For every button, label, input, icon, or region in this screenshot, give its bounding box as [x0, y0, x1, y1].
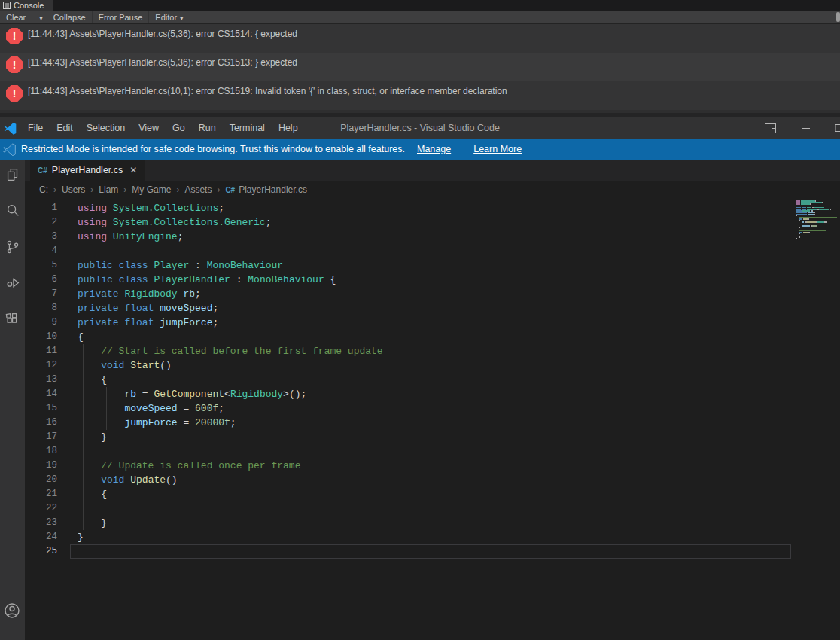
code-text: moveSpeed = 600f;	[78, 401, 224, 416]
close-tab-icon[interactable]	[129, 165, 137, 175]
extensions-icon[interactable]	[4, 310, 22, 328]
line-number: 24	[25, 530, 68, 544]
console-tab[interactable]: Console	[0, 0, 53, 11]
code-line[interactable]: 22	[25, 501, 840, 516]
customize-layout-icon[interactable]	[759, 117, 781, 139]
line-number: 4	[25, 244, 68, 258]
source-control-icon[interactable]	[4, 238, 22, 256]
breadcrumb-item[interactable]: My Game	[132, 184, 171, 195]
line-number: 5	[25, 258, 68, 273]
code-line[interactable]: 9private float jumpForce;	[25, 315, 840, 330]
console-scrollbar-thumb[interactable]	[836, 12, 840, 22]
csharp-file-icon	[225, 186, 235, 194]
explorer-icon[interactable]	[4, 166, 22, 184]
breadcrumb-item[interactable]: Users	[62, 184, 85, 195]
code-line[interactable]: 21 {	[25, 487, 840, 501]
code-text: // Start is called before the first fram…	[78, 344, 383, 358]
line-number: 8	[25, 301, 68, 315]
menu-file[interactable]: File	[21, 117, 50, 139]
chevron-right-icon	[90, 184, 93, 195]
menu-run[interactable]: Run	[192, 117, 223, 139]
code-line[interactable]: 15 moveSpeed = 600f;	[25, 401, 840, 416]
unity-console-panel: Console Clear Collapse Error Pause Edito…	[0, 0, 840, 113]
menu-selection[interactable]: Selection	[80, 117, 132, 139]
line-number: 23	[25, 516, 68, 530]
code-line[interactable]: 16 jumpForce = 20000f;	[25, 416, 840, 430]
vscode-logo-icon	[3, 143, 16, 156]
code-lines: 1using System.Collections;2using System.…	[25, 201, 840, 559]
code-text: public class Player : MonoBehaviour	[78, 258, 283, 273]
clear-dropdown-button[interactable]	[35, 11, 47, 23]
line-number: 14	[25, 387, 68, 401]
line-number: 12	[25, 358, 68, 373]
collapse-button-label: Collapse	[53, 13, 86, 22]
menu-terminal[interactable]: Terminal	[223, 117, 272, 139]
minimize-button[interactable]	[795, 117, 817, 139]
code-line[interactable]: 7private Rigidbody rb;	[25, 287, 840, 301]
clear-button-label: Clear	[6, 13, 26, 22]
tab-playerhandler[interactable]: PlayerHandler.cs	[30, 160, 145, 181]
code-line[interactable]: 3using UnityEngine;	[25, 230, 840, 244]
menu-help[interactable]: Help	[272, 117, 305, 139]
breadcrumb-item[interactable]: Liam	[99, 184, 118, 195]
code-line[interactable]: 2using System.Collections.Generic;	[25, 215, 840, 230]
run-and-debug-icon[interactable]	[4, 274, 22, 292]
code-line[interactable]: 1using System.Collections;	[25, 201, 840, 215]
menu-edit[interactable]: Edit	[50, 117, 80, 139]
code-line[interactable]: 4	[25, 244, 840, 258]
maximize-button[interactable]	[828, 117, 840, 139]
menu-view[interactable]: View	[132, 117, 166, 139]
account-icon[interactable]	[3, 602, 21, 620]
line-number: 13	[25, 373, 68, 387]
breadcrumb-item[interactable]: C:	[39, 184, 48, 195]
code-line[interactable]: 10{	[25, 330, 840, 344]
minimap[interactable]	[796, 200, 837, 242]
code-line[interactable]: 25	[25, 544, 840, 559]
line-number: 2	[25, 215, 68, 230]
code-text: {	[78, 487, 107, 501]
code-line[interactable]: 14 rb = GetComponent<Rigidbody>();	[25, 387, 840, 401]
code-line[interactable]: 6public class PlayerHandler : MonoBehavi…	[25, 273, 840, 287]
menubar: FileEditSelectionViewGoRunTerminalHelp	[21, 117, 305, 139]
console-error-row[interactable]: [11:44:43] Assets\PlayerHandler.cs(5,36)…	[0, 53, 840, 81]
line-number: 22	[25, 501, 68, 516]
clear-button[interactable]: Clear	[0, 11, 35, 23]
chevron-right-icon	[53, 184, 56, 195]
console-error-text: [11:44:43] Assets\PlayerHandler.cs(10,1)…	[28, 86, 507, 110]
chevron-right-icon	[217, 184, 220, 195]
search-icon[interactable]	[4, 202, 22, 220]
line-number: 19	[25, 459, 68, 473]
code-line[interactable]: 17 }	[25, 430, 840, 444]
code-line[interactable]: 20 void Update()	[25, 473, 840, 487]
code-line[interactable]: 8private float moveSpeed;	[25, 301, 840, 315]
code-line[interactable]: 24}	[25, 530, 840, 544]
console-error-row[interactable]: [11:44:43] Assets\PlayerHandler.cs(10,1)…	[0, 81, 840, 110]
menu-go[interactable]: Go	[166, 117, 192, 139]
error-pause-button[interactable]: Error Pause	[93, 11, 150, 23]
tab-label: PlayerHandler.cs	[52, 165, 123, 175]
line-number: 7	[25, 287, 68, 301]
code-line[interactable]: 23 }	[25, 516, 840, 530]
learn-more-link[interactable]: Learn More	[473, 144, 522, 154]
console-error-row[interactable]: [11:44:43] Assets\PlayerHandler.cs(5,36)…	[0, 24, 840, 53]
code-text: jumpForce = 20000f;	[78, 416, 236, 430]
console-error-text: [11:44:43] Assets\PlayerHandler.cs(5,36)…	[28, 29, 297, 53]
csharp-file-icon	[38, 166, 47, 175]
code-text: void Start()	[78, 358, 172, 373]
code-line[interactable]: 18	[25, 444, 840, 459]
code-line[interactable]: 5public class Player : MonoBehaviour	[25, 258, 840, 273]
collapse-button[interactable]: Collapse	[47, 11, 93, 23]
code-line[interactable]: 11 // Start is called before the first f…	[25, 344, 840, 358]
editor-dropdown-button[interactable]: Editor	[149, 11, 190, 23]
code-line[interactable]: 19 // Update is called once per frame	[25, 459, 840, 473]
breadcrumb-file[interactable]: PlayerHandler.cs	[239, 184, 307, 195]
current-line-highlight	[70, 544, 791, 559]
code-line[interactable]: 12 void Start()	[25, 358, 840, 373]
breadcrumb-item[interactable]: Assets	[184, 184, 212, 195]
code-text: private float jumpForce;	[78, 315, 218, 330]
code-text: public class PlayerHandler : MonoBehavio…	[78, 273, 336, 287]
code-line[interactable]: 13 {	[25, 373, 840, 387]
code-text: {	[78, 330, 84, 344]
code-editor[interactable]: 1using System.Collections;2using System.…	[25, 199, 840, 640]
manage-link[interactable]: Manage	[417, 144, 451, 154]
